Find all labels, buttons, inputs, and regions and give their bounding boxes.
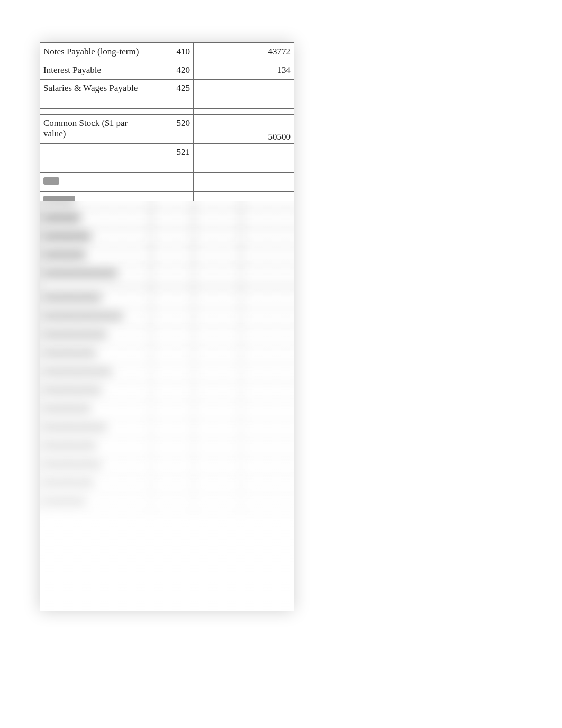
credit-cell [241,80,294,109]
table-row [40,308,294,327]
table-row [40,457,294,475]
table-row [40,383,294,401]
table-spacer-row [40,109,294,115]
table-row: 521 [40,144,294,173]
table-row [40,210,294,229]
table-row: Interest Payable 420 134 [40,61,294,80]
page: Notes Payable (long-term) 410 43772 Inte… [0,0,562,728]
table-row [40,192,294,210]
credit-cell: 134 [241,61,294,80]
credit-cell: 50500 [241,115,294,144]
debit-cell [194,144,241,173]
table-row: Salaries & Wages Payable 425 [40,80,294,109]
table-row [40,229,294,247]
table-row [40,345,294,364]
table-row [40,364,294,383]
account-cell: Salaries & Wages Payable [40,80,151,109]
account-cell: Notes Payable (long-term) [40,43,151,61]
table-row [40,438,294,457]
table-row [40,420,294,438]
account-number-cell: 410 [151,43,194,61]
debit-cell [194,115,241,144]
table-row [40,494,294,512]
account-number-cell: 521 [151,144,194,173]
table-row [40,173,294,192]
debit-cell [194,43,241,61]
table-row [40,475,294,494]
account-cell [40,144,151,173]
account-number-cell: 425 [151,80,194,109]
account-number-cell: 520 [151,115,194,144]
table-row [40,327,294,345]
table-row: Notes Payable (long-term) 410 43772 [40,43,294,61]
credit-cell [241,144,294,173]
table-row [40,401,294,420]
table-row [40,266,294,284]
credit-cell: 43772 [241,43,294,61]
table-row [40,247,294,266]
debit-cell [194,61,241,80]
account-cell: Common Stock ($1 par value) [40,115,151,144]
table-row [40,290,294,308]
ledger-sheet: Notes Payable (long-term) 410 43772 Inte… [40,42,294,611]
account-number-cell: 420 [151,61,194,80]
account-cell: Interest Payable [40,61,151,80]
debit-cell [194,80,241,109]
table-spacer-row [40,284,294,290]
table-row: Common Stock ($1 par value) 520 50500 [40,115,294,144]
ledger-table: Notes Payable (long-term) 410 43772 Inte… [40,42,294,512]
